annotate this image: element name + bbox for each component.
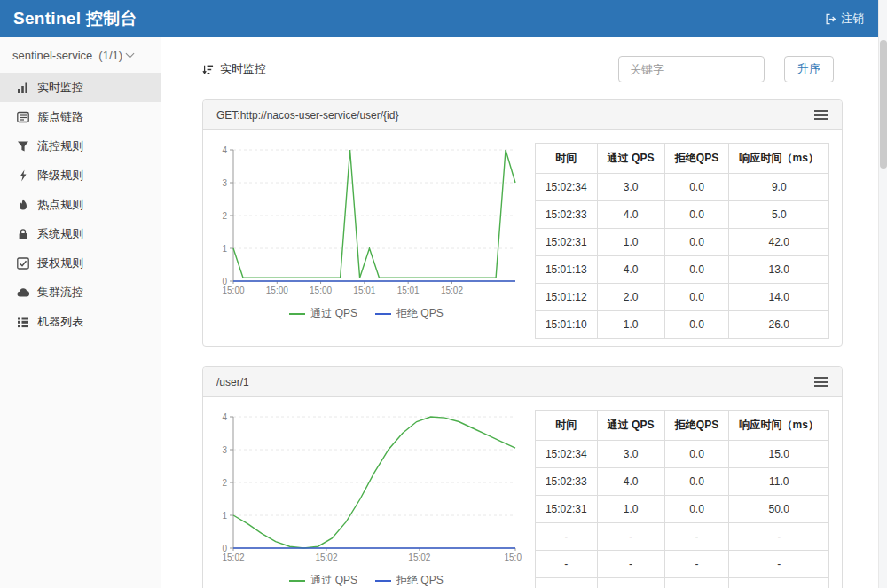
table-cell: - xyxy=(597,578,664,588)
legend-label: 拒绝 QPS xyxy=(396,306,444,321)
svg-text:15:00: 15:00 xyxy=(310,286,332,295)
sidebar-item-system-rules[interactable]: 系统规则 xyxy=(0,219,161,248)
svg-text:2: 2 xyxy=(222,211,227,221)
table-cell: 2.0 xyxy=(597,284,664,311)
qps-line-chart: 0123415:0215:0215:0215:02 xyxy=(210,410,522,568)
panel-body: 0123415:0215:0215:0215:02 通过 QPS拒绝 QPS 时… xyxy=(203,397,842,588)
logout-button[interactable]: 注销 xyxy=(825,11,864,27)
scrollbar-thumb[interactable] xyxy=(880,40,887,169)
table-cell: 3.0 xyxy=(597,441,664,468)
table-cell: 15:02:34 xyxy=(536,441,598,468)
sidebar-item-label: 簇点链路 xyxy=(37,109,83,125)
table-cell: - xyxy=(536,551,598,578)
svg-text:4: 4 xyxy=(222,145,227,155)
app-machine-count: (1/1) xyxy=(98,49,122,62)
column-header: 通过 QPS xyxy=(597,144,664,174)
table-row: 15:01:101.00.026.0 xyxy=(536,311,829,339)
table-row: 15:02:334.00.05.0 xyxy=(536,201,829,229)
chart-bar-icon xyxy=(17,82,29,94)
svg-text:1: 1 xyxy=(222,244,227,254)
table-cell: - xyxy=(729,523,829,551)
legend-item[interactable]: 拒绝 QPS xyxy=(375,573,444,588)
app-name: sentinel-service xyxy=(12,49,92,62)
cloud-icon xyxy=(17,286,29,299)
sidebar-item-machine-list[interactable]: 机器列表 xyxy=(0,307,161,336)
table-row: ---- xyxy=(536,578,829,588)
resource-title: /user/1 xyxy=(216,376,249,388)
column-header: 响应时间（ms） xyxy=(729,411,829,441)
column-header: 拒绝QPS xyxy=(664,144,729,174)
table-cell: 15:01:10 xyxy=(536,311,598,339)
legend-item[interactable]: 通过 QPS xyxy=(289,306,357,321)
sidebar-item-flow-rules[interactable]: 流控规则 xyxy=(0,131,161,161)
table-cell: 11.0 xyxy=(729,468,829,496)
metrics-table: 时间通过 QPS拒绝QPS响应时间（ms）15:02:343.00.015.01… xyxy=(535,410,829,588)
table-cell: 0.0 xyxy=(664,468,729,496)
list-icon xyxy=(17,316,29,328)
sidebar-menu: 实时监控簇点链路流控规则降级规则热点规则系统规则授权规则集群流控机器列表 xyxy=(0,73,161,336)
chart-area: 0123415:0215:0215:0215:02 通过 QPS拒绝 QPS xyxy=(210,410,522,588)
resource-title: GET:http://nacos-user-service/user/{id} xyxy=(216,109,398,122)
table-cell: 15.0 xyxy=(729,441,829,468)
sidebar-item-authority-rules[interactable]: 授权规则 xyxy=(0,248,161,278)
chart-area: 0123415:0015:0015:0015:0115:0115:02 通过 Q… xyxy=(210,143,522,339)
logout-icon xyxy=(825,13,836,25)
table-cell: 1.0 xyxy=(597,229,664,256)
table-cell: - xyxy=(729,551,829,578)
search-input[interactable] xyxy=(618,56,765,82)
sidebar-item-degrade-rules[interactable]: 降级规则 xyxy=(0,161,161,190)
table-cell: 0.0 xyxy=(664,311,729,339)
table-cell: - xyxy=(597,523,664,551)
table-cell: 15:02:33 xyxy=(536,201,598,229)
table-cell: 26.0 xyxy=(729,311,829,339)
table-cell: - xyxy=(664,523,729,551)
legend-label: 通过 QPS xyxy=(310,306,357,321)
logout-label: 注销 xyxy=(841,11,864,27)
sort-icon xyxy=(202,64,214,75)
sidebar-item-realtime-monitor[interactable]: 实时监控 xyxy=(0,73,161,102)
sidebar-item-hotspot-rules[interactable]: 热点规则 xyxy=(0,190,161,219)
svg-text:15:01: 15:01 xyxy=(397,286,420,295)
svg-text:15:00: 15:00 xyxy=(222,286,244,295)
lock-icon xyxy=(17,228,29,240)
table-cell: - xyxy=(664,551,729,578)
table-cell: 1.0 xyxy=(597,496,664,523)
sidebar-item-label: 流控规则 xyxy=(37,138,83,154)
table-cell: 5.0 xyxy=(729,201,829,229)
table-cell: 0.0 xyxy=(664,174,729,201)
sidebar-item-cluster-link[interactable]: 簇点链路 xyxy=(0,102,161,131)
svg-text:0: 0 xyxy=(222,544,227,553)
table-cell: 9.0 xyxy=(729,174,829,201)
table-cell: - xyxy=(536,578,598,588)
panel-menu-icon[interactable] xyxy=(813,375,828,388)
metrics-table-area: 时间通过 QPS拒绝QPS响应时间（ms）15:02:343.00.015.01… xyxy=(535,410,831,588)
legend-item[interactable]: 拒绝 QPS xyxy=(375,306,444,321)
table-cell: 15:02:31 xyxy=(536,229,598,256)
table-cell: 1.0 xyxy=(597,311,664,339)
sidebar-item-cluster-flow[interactable]: 集群流控 xyxy=(0,278,161,307)
chart-legend: 通过 QPS拒绝 QPS xyxy=(210,306,522,321)
table-row: 15:02:311.00.050.0 xyxy=(536,496,829,523)
panel-menu-icon[interactable] xyxy=(813,108,828,122)
vertical-scrollbar[interactable] xyxy=(878,0,887,588)
resource-panel: /user/1 0123415:0215:0215:0215:02 通过 QPS… xyxy=(202,366,843,588)
legend-item[interactable]: 通过 QPS xyxy=(289,573,357,588)
table-cell: 50.0 xyxy=(729,496,829,523)
legend-swatch xyxy=(289,580,305,582)
chart-legend: 通过 QPS拒绝 QPS xyxy=(210,573,522,588)
table-cell: 0.0 xyxy=(664,284,729,311)
bolt-icon xyxy=(17,169,29,182)
resource-panel: GET:http://nacos-user-service/user/{id} … xyxy=(202,99,843,347)
svg-text:0: 0 xyxy=(222,277,227,286)
page-title: 实时监控 xyxy=(202,61,266,77)
top-bar: Sentinel 控制台 注销 xyxy=(0,0,887,37)
check-icon xyxy=(17,257,29,270)
sort-order-button[interactable]: 升序 xyxy=(784,56,834,82)
svg-text:3: 3 xyxy=(222,178,227,188)
chevron-down-icon xyxy=(126,50,135,59)
app-selector[interactable]: sentinel-service (1/1) xyxy=(0,37,161,73)
table-cell: 15:02:34 xyxy=(536,174,598,201)
legend-swatch xyxy=(289,313,305,315)
table-cell: 0.0 xyxy=(664,201,729,229)
svg-text:15:02: 15:02 xyxy=(222,553,244,562)
